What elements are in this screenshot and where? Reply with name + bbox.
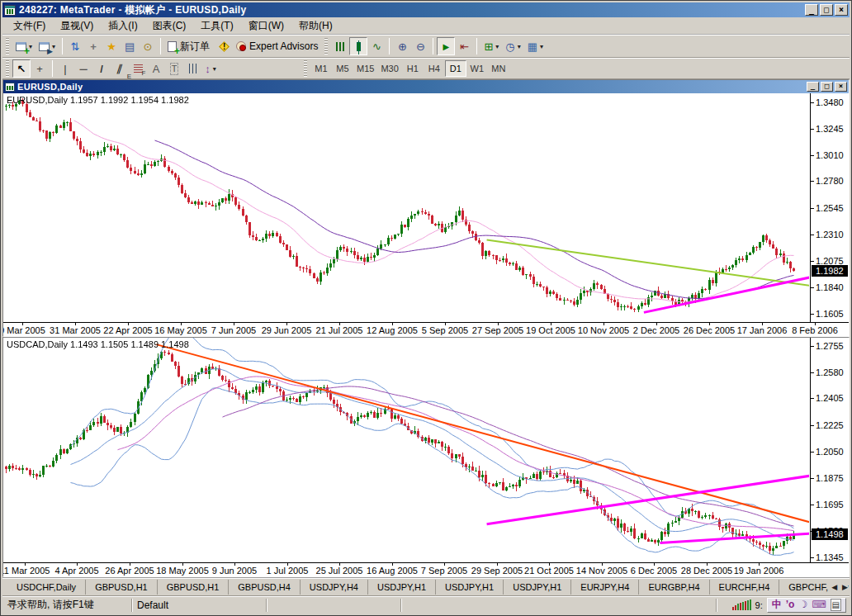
chart-tab-10-eurchf-h4[interactable]: EURCHF,H4 [710, 580, 780, 595]
bar-chart-button[interactable] [331, 37, 349, 55]
toolbar-grip[interactable] [304, 60, 307, 77]
toolbar-grip[interactable] [6, 38, 9, 54]
menu-item-file[interactable]: 文件(F) [6, 17, 53, 35]
chart-tab-4-usdjpy-h4[interactable]: USDJPY,H4 [301, 580, 368, 595]
timeframe-button-m1[interactable]: M1 [310, 60, 332, 77]
toolbar-grip[interactable] [6, 60, 9, 77]
bar-chart-icon [336, 42, 345, 51]
eurusd-chart-canvas[interactable] [3, 93, 809, 322]
chart-tab-7-usdjpy-h1[interactable]: USDJPY,H1 [504, 580, 571, 595]
chart-tab-1-gbpusd-h1[interactable]: GBPUSD,H1 [86, 580, 158, 595]
toolbar-separator [62, 38, 63, 54]
cursor-button[interactable]: ↖ [12, 59, 31, 78]
chart-tab-6-usdjpy-h1[interactable]: USDJPY,H1 [436, 580, 504, 595]
trendline-button[interactable]: / [92, 59, 111, 78]
timeframe-button-m5[interactable]: M5 [332, 60, 353, 77]
new-order-label: 新订单 [178, 40, 211, 54]
new-order-button[interactable]: + 新订单 [164, 37, 215, 55]
ime-tone-icon[interactable]: ’o [786, 599, 795, 610]
title-bar[interactable]: 248227: MetaTrader - 模拟帐户 - EURUSD,Daily… [2, 2, 850, 17]
tab-scroll-left-button[interactable]: ◀ [831, 583, 837, 591]
vertical-line-icon: | [64, 64, 66, 74]
app-minimize-button[interactable]: _ [805, 4, 818, 16]
profiles-button[interactable]: ▶ ▾ [36, 37, 59, 55]
price-tick-label: 1.2580 [816, 367, 844, 377]
line-chart-button[interactable]: ∿ [367, 37, 386, 55]
timeframe-button-d1[interactable]: D1 [445, 60, 466, 77]
chart-close-button[interactable]: × [835, 82, 847, 92]
menu-item-insert[interactable]: 插入(I) [101, 17, 144, 35]
chart-shift-button[interactable]: ⇤ [455, 37, 473, 55]
chart-minimize-button[interactable]: _ [807, 82, 819, 92]
horizontal-line-button[interactable]: ─ [74, 59, 92, 78]
new-chart-icon: + [16, 42, 26, 51]
text-button[interactable]: A [147, 59, 165, 78]
periods-button[interactable]: ◷ ▾ [502, 37, 523, 55]
terminal-button[interactable]: ▤ [121, 37, 139, 55]
menu-item-charts[interactable]: 图表(C) [145, 17, 194, 35]
menu-item-help[interactable]: 帮助(H) [291, 17, 340, 35]
connection-status-icon [732, 599, 751, 610]
app-maximize-button[interactable]: □ [820, 4, 833, 16]
strategy-tester-button[interactable]: ⊙ [139, 37, 157, 55]
crosshair-button[interactable]: + [31, 59, 49, 78]
usdcad-chart-canvas[interactable] [3, 338, 809, 562]
timeframe-button-w1[interactable]: W1 [466, 60, 488, 77]
price-tick-mark [811, 261, 814, 262]
app-close-button[interactable]: × [835, 4, 848, 16]
zoom-out-button[interactable]: ⊖ [411, 37, 429, 55]
price-tick-mark [811, 181, 814, 182]
eurusd-time-axis[interactable]: 9 Mar 200531 Mar 200522 Apr 200516 May 2… [3, 322, 849, 336]
tab-scroll-right-button[interactable]: ▶ [842, 583, 848, 591]
ime-halfwidth-icon[interactable]: ☽ [798, 599, 807, 610]
chart-tab-3-gbpusd-h4[interactable]: GBPUSD,H4 [229, 580, 301, 595]
price-tick-label: 1.3245 [816, 124, 844, 134]
zoom-in-icon: ⊕ [398, 41, 407, 52]
eurusd-price-axis[interactable]: 1.34801.32451.30101.27801.25451.23101.20… [810, 93, 849, 322]
zoom-in-button[interactable]: ⊕ [393, 37, 411, 55]
data-window-button[interactable]: + [84, 37, 102, 55]
toolbar-grip[interactable] [324, 38, 328, 54]
chart-tab-8-eurjpy-h4[interactable]: EURJPY,H4 [571, 580, 639, 595]
timeframe-button-m30[interactable]: M30 [377, 60, 401, 77]
fibonacci-button[interactable]: F [129, 59, 147, 78]
ime-chinese-icon[interactable]: 中 [772, 599, 782, 610]
chart-info-line: EURUSD,Daily 1.1957 1.1992 1.1954 1.1982 [7, 95, 189, 105]
price-tick-mark [811, 314, 814, 315]
candlestick-chart-button[interactable] [349, 37, 367, 55]
chart-tab-2-gbpusd-h1[interactable]: GBPUSD,H1 [158, 580, 230, 595]
price-tick-label: 1.1695 [816, 500, 844, 509]
timeframe-button-mn[interactable]: MN [488, 60, 509, 77]
new-chart-button[interactable]: + ▾ [12, 37, 36, 55]
timeframe-button-m15[interactable]: M15 [353, 60, 377, 77]
cycle-lines-button[interactable] [183, 59, 201, 78]
chart-window-titlebar[interactable]: EURUSD,Daily _ □ × [3, 80, 849, 93]
chart-tab-5-usdjpy-h1[interactable]: USDJPY,H1 [368, 580, 436, 595]
usdcad-time-axis[interactable]: 11 Mar 20054 Apr 200526 Apr 200518 May 2… [3, 562, 849, 576]
arrows-button[interactable]: ↕ ▾ [201, 59, 220, 78]
indicators-button[interactable]: ⊞ ▾ [480, 37, 502, 55]
chart-restore-button[interactable]: □ [821, 82, 833, 92]
usdcad-chart-body: USDCAD,Daily 1.1493 1.1505 1.1489 1.1498… [3, 338, 849, 576]
menu-item-window[interactable]: 窗口(W) [241, 17, 291, 35]
text-label-button[interactable]: T [165, 59, 183, 78]
chart-tab-0-usdchf-daily[interactable]: USDCHF,Daily [7, 580, 86, 595]
vertical-line-button[interactable]: | [56, 59, 74, 78]
equidistant-channel-button[interactable]: ∥E [111, 59, 129, 78]
price-tick-label: 1.1875 [816, 473, 844, 483]
ime-keyboard-icon[interactable]: ⌨ [812, 599, 826, 610]
chart-tab-9-eurgbp-h4[interactable]: EURGBP,H4 [639, 580, 709, 595]
timeframe-button-h4[interactable]: H4 [424, 60, 445, 77]
templates-button[interactable]: ▦ ▾ [524, 37, 547, 55]
timeframe-button-h1[interactable]: H1 [402, 60, 424, 77]
expert-advisors-button[interactable]: Expert Advisors [233, 37, 323, 55]
market-watch-button[interactable]: ⇅ [66, 37, 84, 55]
menu-item-view[interactable]: 显视(V) [53, 17, 101, 35]
menu-item-tools[interactable]: 工具(T) [193, 17, 240, 35]
navigator-button[interactable]: ★ [102, 37, 121, 55]
usdcad-price-axis[interactable]: 1.27551.25801.24051.22251.20501.18751.16… [810, 338, 849, 562]
auto-scroll-button[interactable]: ▶ [437, 37, 455, 55]
metaeditor-button[interactable]: ! [215, 37, 233, 55]
price-tick-mark [811, 505, 814, 505]
ime-menu-icon[interactable]: ▤ [831, 599, 841, 611]
